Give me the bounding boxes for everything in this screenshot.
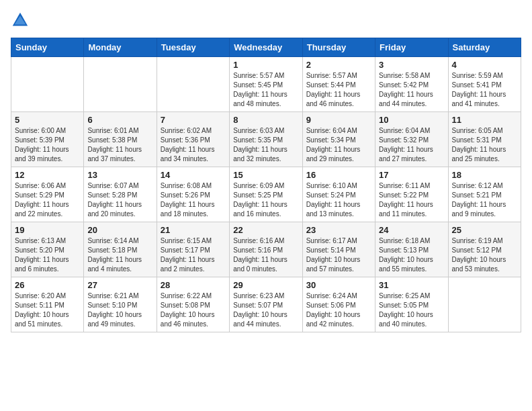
day-number: 15 [233,170,298,180]
page-header [11,11,521,30]
day-number: 25 [452,225,517,235]
calendar-cell: 1Sunrise: 5:57 AM Sunset: 5:45 PM Daylig… [230,57,302,112]
cell-content: Sunrise: 6:16 AM Sunset: 5:16 PM Dayligh… [233,236,298,274]
calendar-cell: 17Sunrise: 6:11 AM Sunset: 5:22 PM Dayli… [375,167,448,222]
day-number: 19 [15,225,80,235]
cell-content: Sunrise: 6:19 AM Sunset: 5:12 PM Dayligh… [452,236,517,274]
day-number: 27 [87,280,152,290]
calendar-cell: 26Sunrise: 6:20 AM Sunset: 5:11 PM Dayli… [11,277,84,332]
cell-content: Sunrise: 6:21 AM Sunset: 5:10 PM Dayligh… [87,291,152,329]
cell-content: Sunrise: 6:20 AM Sunset: 5:11 PM Dayligh… [15,291,80,329]
day-of-week-header: Saturday [448,38,521,57]
calendar-cell: 9Sunrise: 6:04 AM Sunset: 5:34 PM Daylig… [302,112,375,167]
calendar-header-row: SundayMondayTuesdayWednesdayThursdayFrid… [11,38,521,57]
calendar-cell: 7Sunrise: 6:02 AM Sunset: 5:36 PM Daylig… [157,112,229,167]
calendar-cell: 30Sunrise: 6:24 AM Sunset: 5:06 PM Dayli… [302,277,375,332]
cell-content: Sunrise: 5:59 AM Sunset: 5:41 PM Dayligh… [452,71,517,109]
day-number: 9 [306,115,371,125]
day-number: 16 [306,170,371,180]
day-number: 11 [452,115,517,125]
cell-content: Sunrise: 6:06 AM Sunset: 5:29 PM Dayligh… [15,181,80,219]
day-of-week-header: Sunday [11,38,84,57]
day-number: 22 [233,225,298,235]
day-number: 26 [15,280,80,290]
cell-content: Sunrise: 6:04 AM Sunset: 5:32 PM Dayligh… [379,126,444,164]
cell-content: Sunrise: 6:24 AM Sunset: 5:06 PM Dayligh… [306,291,371,329]
calendar-cell: 11Sunrise: 6:05 AM Sunset: 5:31 PM Dayli… [448,112,521,167]
cell-content: Sunrise: 6:01 AM Sunset: 5:38 PM Dayligh… [87,126,152,164]
day-number: 8 [233,115,298,125]
calendar-cell [448,277,521,332]
day-of-week-header: Tuesday [157,38,229,57]
logo-icon [11,11,30,30]
cell-content: Sunrise: 6:23 AM Sunset: 5:07 PM Dayligh… [233,291,298,329]
day-number: 1 [233,60,298,70]
calendar-cell: 8Sunrise: 6:03 AM Sunset: 5:35 PM Daylig… [230,112,302,167]
cell-content: Sunrise: 6:07 AM Sunset: 5:28 PM Dayligh… [87,181,152,219]
cell-content: Sunrise: 6:13 AM Sunset: 5:20 PM Dayligh… [15,236,80,274]
day-number: 20 [87,225,152,235]
cell-content: Sunrise: 6:10 AM Sunset: 5:24 PM Dayligh… [306,181,371,219]
cell-content: Sunrise: 6:02 AM Sunset: 5:36 PM Dayligh… [161,126,226,164]
calendar-cell: 6Sunrise: 6:01 AM Sunset: 5:38 PM Daylig… [84,112,157,167]
day-number: 10 [379,115,444,125]
calendar-cell: 24Sunrise: 6:18 AM Sunset: 5:13 PM Dayli… [375,222,448,277]
day-number: 29 [233,280,298,290]
day-number: 17 [379,170,444,180]
day-of-week-header: Monday [84,38,157,57]
calendar-table: SundayMondayTuesdayWednesdayThursdayFrid… [11,38,521,332]
logo [11,11,32,30]
cell-content: Sunrise: 6:03 AM Sunset: 5:35 PM Dayligh… [233,126,298,164]
calendar-cell: 15Sunrise: 6:09 AM Sunset: 5:25 PM Dayli… [230,167,302,222]
calendar-cell: 13Sunrise: 6:07 AM Sunset: 5:28 PM Dayli… [84,167,157,222]
cell-content: Sunrise: 6:11 AM Sunset: 5:22 PM Dayligh… [379,181,444,219]
cell-content: Sunrise: 6:18 AM Sunset: 5:13 PM Dayligh… [379,236,444,274]
calendar-cell: 12Sunrise: 6:06 AM Sunset: 5:29 PM Dayli… [11,167,84,222]
cell-content: Sunrise: 6:05 AM Sunset: 5:31 PM Dayligh… [452,126,517,164]
day-of-week-header: Thursday [302,38,375,57]
calendar-cell: 25Sunrise: 6:19 AM Sunset: 5:12 PM Dayli… [448,222,521,277]
cell-content: Sunrise: 6:04 AM Sunset: 5:34 PM Dayligh… [306,126,371,164]
calendar-cell: 5Sunrise: 6:00 AM Sunset: 5:39 PM Daylig… [11,112,84,167]
cell-content: Sunrise: 5:57 AM Sunset: 5:44 PM Dayligh… [306,71,371,109]
cell-content: Sunrise: 6:08 AM Sunset: 5:26 PM Dayligh… [161,181,226,219]
day-of-week-header: Wednesday [230,38,302,57]
day-number: 7 [161,115,226,125]
day-number: 6 [87,115,152,125]
day-number: 31 [379,280,444,290]
cell-content: Sunrise: 6:09 AM Sunset: 5:25 PM Dayligh… [233,181,298,219]
calendar-cell: 28Sunrise: 6:22 AM Sunset: 5:08 PM Dayli… [157,277,229,332]
calendar-week-row: 19Sunrise: 6:13 AM Sunset: 5:20 PM Dayli… [11,222,521,277]
calendar-cell [11,57,84,112]
day-number: 5 [15,115,80,125]
cell-content: Sunrise: 6:17 AM Sunset: 5:14 PM Dayligh… [306,236,371,274]
day-number: 3 [379,60,444,70]
cell-content: Sunrise: 6:15 AM Sunset: 5:17 PM Dayligh… [161,236,226,274]
calendar-cell: 27Sunrise: 6:21 AM Sunset: 5:10 PM Dayli… [84,277,157,332]
cell-content: Sunrise: 6:14 AM Sunset: 5:18 PM Dayligh… [87,236,152,274]
calendar-cell: 21Sunrise: 6:15 AM Sunset: 5:17 PM Dayli… [157,222,229,277]
day-number: 4 [452,60,517,70]
calendar-cell: 23Sunrise: 6:17 AM Sunset: 5:14 PM Dayli… [302,222,375,277]
cell-content: Sunrise: 5:57 AM Sunset: 5:45 PM Dayligh… [233,71,298,109]
calendar-cell: 3Sunrise: 5:58 AM Sunset: 5:42 PM Daylig… [375,57,448,112]
day-number: 30 [306,280,371,290]
calendar-cell: 20Sunrise: 6:14 AM Sunset: 5:18 PM Dayli… [84,222,157,277]
cell-content: Sunrise: 5:58 AM Sunset: 5:42 PM Dayligh… [379,71,444,109]
calendar-cell [157,57,229,112]
cell-content: Sunrise: 6:22 AM Sunset: 5:08 PM Dayligh… [161,291,226,329]
day-number: 28 [161,280,226,290]
calendar-cell: 18Sunrise: 6:12 AM Sunset: 5:21 PM Dayli… [448,167,521,222]
calendar-cell: 14Sunrise: 6:08 AM Sunset: 5:26 PM Dayli… [157,167,229,222]
day-number: 21 [161,225,226,235]
calendar-week-row: 26Sunrise: 6:20 AM Sunset: 5:11 PM Dayli… [11,277,521,332]
day-number: 18 [452,170,517,180]
day-number: 13 [87,170,152,180]
day-number: 24 [379,225,444,235]
calendar-week-row: 12Sunrise: 6:06 AM Sunset: 5:29 PM Dayli… [11,167,521,222]
calendar-cell: 2Sunrise: 5:57 AM Sunset: 5:44 PM Daylig… [302,57,375,112]
day-number: 2 [306,60,371,70]
calendar-cell [84,57,157,112]
calendar-cell: 29Sunrise: 6:23 AM Sunset: 5:07 PM Dayli… [230,277,302,332]
calendar-cell: 10Sunrise: 6:04 AM Sunset: 5:32 PM Dayli… [375,112,448,167]
